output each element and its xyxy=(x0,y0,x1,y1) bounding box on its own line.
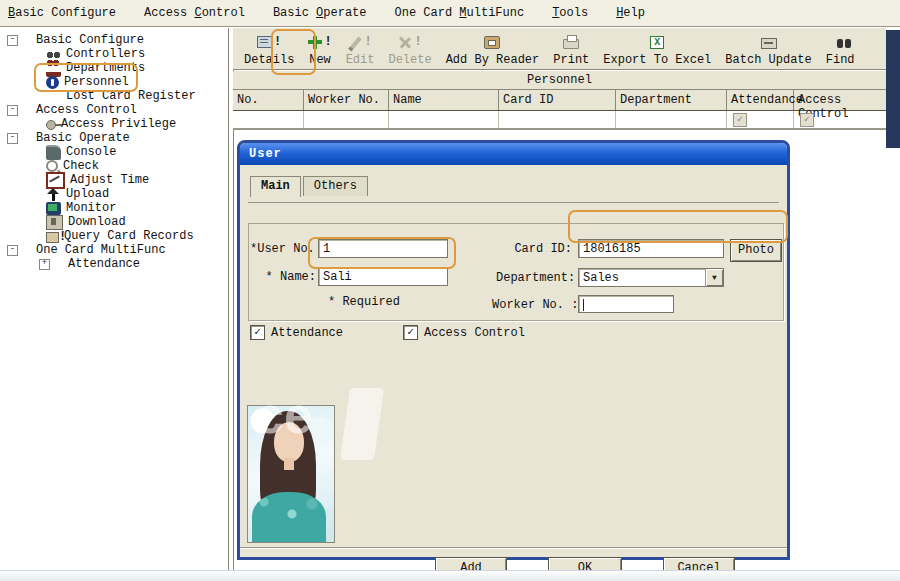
photo-face xyxy=(274,422,304,462)
print-button[interactable]: Print xyxy=(546,32,596,67)
tree-lost-card-register[interactable]: Lost Card Register xyxy=(0,89,228,103)
bottom-strip xyxy=(0,570,900,581)
magnifier-icon xyxy=(46,160,58,172)
grid-title: Personnel xyxy=(233,71,886,90)
export-to-excel-button[interactable]: XExport To Excel xyxy=(596,32,718,67)
worker-no-label: Worker No. : xyxy=(492,298,572,312)
tree-controllers[interactable]: Controllers xyxy=(0,47,228,61)
access-control-checkbox-dialog[interactable]: ✓ xyxy=(403,325,418,340)
col-no[interactable]: No. xyxy=(233,90,304,110)
access-control-checkbox[interactable]: ✓ xyxy=(800,113,814,127)
printer-icon xyxy=(563,39,579,49)
chevron-down-icon[interactable]: ▼ xyxy=(705,269,723,286)
col-access-control[interactable]: Access Control xyxy=(794,90,885,110)
expander-icon[interactable]: - xyxy=(7,105,18,116)
delete-button[interactable]: !Delete xyxy=(381,32,438,67)
tree-attendance[interactable]: +Attendance xyxy=(0,257,228,271)
new-icon xyxy=(308,36,322,49)
departments-icon xyxy=(46,59,61,77)
console-icon xyxy=(46,145,61,160)
tab-strip: Main Others xyxy=(250,175,370,196)
details-icon xyxy=(257,36,272,48)
add-by-reader-button[interactable]: Add By Reader xyxy=(439,32,547,67)
photo-neck xyxy=(284,458,294,470)
expander-icon[interactable]: + xyxy=(39,259,50,270)
menu-help[interactable]: Help xyxy=(616,6,645,20)
excel-icon: X xyxy=(650,36,664,49)
binoculars-icon xyxy=(837,39,843,48)
menu-tools[interactable]: Tools xyxy=(552,6,588,20)
app-window: Basic Configure Access Control Basic Ope… xyxy=(0,0,900,581)
col-attendance[interactable]: Attendance xyxy=(727,90,794,110)
col-card-id[interactable]: Card ID xyxy=(499,90,616,110)
text-caret xyxy=(583,299,584,311)
card-id-input[interactable]: 18016185 xyxy=(578,239,724,258)
menu-bar: Basic Configure Access Control Basic Ope… xyxy=(0,0,900,27)
personnel-grid: Personnel No. Worker No. Name Card ID De… xyxy=(233,71,886,130)
department-select[interactable]: Sales ▼ xyxy=(578,268,724,287)
batch-update-button[interactable]: Batch Update xyxy=(718,32,818,67)
find-button[interactable]: Find xyxy=(819,32,862,67)
menu-access-control[interactable]: Access Control xyxy=(144,6,245,20)
details-button[interactable]: !Details xyxy=(237,32,301,67)
tree-one-card-multifunc[interactable]: -One Card MultiFunc xyxy=(0,243,228,257)
tree-basic-operate[interactable]: -Basic Operate xyxy=(0,131,228,145)
edit-button[interactable]: !Edit xyxy=(339,32,382,67)
required-note: * Required xyxy=(328,295,418,309)
checkbox-row: ✓ Attendance ✓ Access Control xyxy=(250,325,525,340)
tab-baseline xyxy=(248,202,779,203)
tab-main[interactable]: Main xyxy=(250,176,301,197)
col-name[interactable]: Name xyxy=(389,90,499,110)
tree-access-control[interactable]: -Access Control xyxy=(0,103,228,117)
toolbar: !Details !New !Edit !Delete Add By Reade… xyxy=(233,28,886,70)
tree-upload[interactable]: Upload xyxy=(0,187,228,201)
dialog-titlebar[interactable]: User xyxy=(240,143,787,165)
tree-adjust-time[interactable]: Adjust Time xyxy=(0,173,228,187)
tree-departments[interactable]: Departments xyxy=(0,61,228,75)
expander-icon[interactable]: - xyxy=(7,245,18,256)
tree-query-card-records[interactable]: Query Card Records xyxy=(0,229,228,243)
expander-icon[interactable]: - xyxy=(7,133,18,144)
tab-others[interactable]: Others xyxy=(303,176,368,196)
photo-button[interactable]: Photo xyxy=(730,239,782,262)
grid-header-row: No. Worker No. Name Card ID Department A… xyxy=(233,90,886,111)
user-no-input[interactable]: 1 xyxy=(318,239,448,258)
attendance-checkbox[interactable]: ✓ xyxy=(733,113,747,127)
tree-basic-configure[interactable]: -Basic Configure xyxy=(0,33,228,47)
edit-icon xyxy=(348,36,362,49)
tree-download[interactable]: Download xyxy=(0,215,228,229)
tree-check[interactable]: Check xyxy=(0,159,228,173)
new-button[interactable]: !New xyxy=(301,32,338,67)
blank-icon xyxy=(46,90,61,103)
attendance-checkbox-label: Attendance xyxy=(271,326,343,340)
photo-dress xyxy=(252,492,326,543)
department-value: Sales xyxy=(579,269,619,286)
personnel-icon xyxy=(46,76,59,89)
col-worker-no[interactable]: Worker No. xyxy=(304,90,389,110)
tree-console[interactable]: Console xyxy=(0,145,228,159)
expander-icon[interactable]: - xyxy=(7,35,18,46)
delete-icon xyxy=(396,32,415,51)
user-dialog: User Main Others *User No. : 1 Card ID: … xyxy=(237,140,790,560)
table-row[interactable]: ✓ ✓ xyxy=(233,111,886,130)
menu-basic-configure[interactable]: Basic Configure xyxy=(8,6,116,20)
button-separator xyxy=(240,547,787,548)
menu-basic-operate[interactable]: Basic Operate xyxy=(273,6,367,20)
tree-personnel[interactable]: Personnel xyxy=(0,75,228,89)
attendance-checkbox-dialog[interactable]: ✓ xyxy=(250,325,265,340)
tree-access-privilege[interactable]: Access Privilege xyxy=(0,117,228,131)
key-icon xyxy=(46,120,56,130)
adjust-time-icon xyxy=(46,172,65,189)
right-edge-bar xyxy=(886,30,900,148)
dialog-title: User xyxy=(249,147,282,161)
upload-icon xyxy=(46,188,61,201)
download-icon xyxy=(46,215,63,230)
worker-no-input[interactable] xyxy=(578,295,674,313)
name-input[interactable]: Sali xyxy=(318,267,448,286)
menu-one-card-multifunc[interactable]: One Card MultiFunc xyxy=(395,6,525,20)
col-department[interactable]: Department xyxy=(616,90,727,110)
navigation-tree: -Basic Configure Controllers Departments… xyxy=(0,28,228,571)
department-label: Department: xyxy=(496,271,572,285)
tree-monitor[interactable]: Monitor xyxy=(0,201,228,215)
user-photo xyxy=(247,405,335,543)
